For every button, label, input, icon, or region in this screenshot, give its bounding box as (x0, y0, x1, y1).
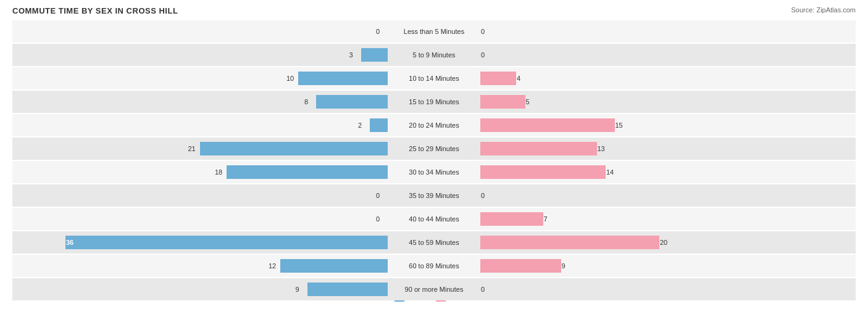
row-label: 15 to 19 Minutes (409, 98, 459, 105)
chart-row: 90 or more Minutes90 (12, 278, 856, 300)
male-bar (316, 95, 388, 109)
chart-row: 40 to 44 Minutes07 (12, 208, 856, 230)
male-value: 9 (296, 286, 299, 293)
row-label: 10 to 14 Minutes (409, 75, 459, 82)
male-value: 21 (188, 145, 196, 152)
chart-row: 35 to 39 Minutes00 (12, 184, 856, 207)
row-label: 45 to 59 Minutes (409, 239, 459, 246)
row-label: 30 to 34 Minutes (409, 168, 459, 176)
female-value: 20 (660, 239, 667, 246)
female-value: 9 (562, 262, 565, 270)
female-bar (480, 118, 615, 132)
male-bar (361, 48, 388, 62)
male-value: 18 (215, 168, 222, 176)
male-value: 0 (376, 215, 380, 223)
female-bar (480, 95, 525, 109)
female-bar (480, 236, 659, 249)
row-label: 35 to 39 Minutes (409, 192, 459, 199)
row-label: 5 to 9 Minutes (412, 51, 455, 59)
female-value: 0 (481, 51, 485, 59)
female-value: 0 (481, 28, 485, 35)
male-value: 0 (376, 28, 380, 35)
male-value: 36 (66, 239, 73, 246)
source-label: Source: ZipAtlas.com (791, 6, 856, 14)
male-value: 3 (349, 51, 353, 59)
female-bar (480, 72, 516, 85)
female-bar (480, 165, 606, 179)
chart-container: COMMUTE TIME BY SEX IN CROSS HILL Source… (0, 0, 868, 322)
chart-row: 25 to 29 Minutes2113 (12, 138, 856, 160)
male-bar (307, 283, 388, 296)
chart-row: 30 to 34 Minutes1814 (12, 161, 856, 183)
female-bar (480, 142, 597, 155)
male-bar (200, 142, 388, 155)
female-bar (480, 212, 543, 226)
male-value: 0 (376, 192, 380, 199)
male-value: 10 (286, 75, 294, 82)
male-value: 12 (269, 262, 276, 270)
chart-row: 5 to 9 Minutes30 (12, 44, 856, 66)
male-bar (280, 259, 388, 273)
chart-row: 15 to 19 Minutes85 (12, 91, 856, 113)
chart-area: Less than 5 Minutes005 to 9 Minutes3010 … (12, 20, 856, 279)
female-value: 14 (606, 168, 614, 176)
chart-row: 10 to 14 Minutes104 (12, 67, 856, 89)
chart-title: COMMUTE TIME BY SEX IN CROSS HILL (12, 6, 856, 15)
female-value: 13 (598, 145, 605, 152)
female-value: 4 (517, 75, 520, 82)
female-value: 7 (544, 215, 548, 223)
chart-row: 45 to 59 Minutes3620 (12, 231, 856, 254)
row-label: 90 or more Minutes (405, 286, 464, 293)
female-value: 5 (526, 98, 530, 105)
female-value: 0 (481, 286, 485, 293)
row-label: Less than 5 Minutes (404, 28, 464, 35)
row-label: 20 to 24 Minutes (409, 122, 459, 129)
male-bar (370, 118, 388, 132)
male-bar (227, 165, 388, 179)
row-label: 25 to 29 Minutes (409, 145, 459, 152)
row-label: 40 to 44 Minutes (409, 215, 459, 223)
chart-row: 20 to 24 Minutes215 (12, 114, 856, 136)
chart-row: 60 to 89 Minutes129 (12, 255, 856, 277)
female-bar (480, 259, 561, 273)
row-label: 60 to 89 Minutes (409, 262, 459, 270)
male-value: 2 (358, 122, 362, 129)
chart-row: Less than 5 Minutes00 (12, 20, 856, 43)
female-value: 15 (616, 122, 623, 129)
female-value: 0 (481, 192, 485, 199)
male-value: 8 (304, 98, 308, 105)
male-bar (65, 236, 388, 249)
male-bar (298, 72, 388, 85)
